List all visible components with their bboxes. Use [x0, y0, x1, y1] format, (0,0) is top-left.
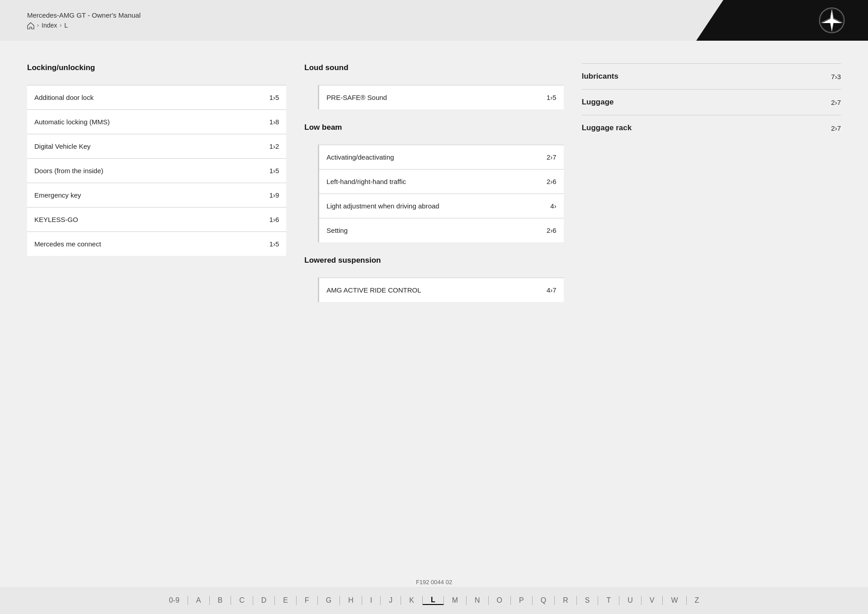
item-label: Mercedes me connect: [34, 240, 101, 248]
item-label: Automatic locking (MMS): [34, 118, 110, 126]
alpha-U[interactable]: U: [619, 596, 641, 605]
col3-page: 7›3: [831, 73, 841, 80]
header-title: Mercedes-AMG GT - Owner's Manual: [27, 11, 141, 19]
item-label: Light adjustment when driving abroad: [326, 202, 439, 210]
breadcrumb-sep-1: ›: [37, 22, 39, 28]
breadcrumb-index[interactable]: Index: [42, 22, 57, 29]
col2-item[interactable]: Setting2›6: [319, 218, 563, 242]
breadcrumb-sep-2: ›: [60, 22, 61, 28]
alpha-O[interactable]: O: [489, 596, 510, 605]
page-ref: 4›: [550, 202, 556, 210]
header: Mercedes-AMG GT - Owner's Manual › Index…: [0, 0, 868, 41]
section-heading-2: Lowered suspension: [304, 256, 563, 269]
col2-item[interactable]: AMG ACTIVE RIDE CONTROL4›7: [319, 278, 563, 302]
locking-item[interactable]: Emergency key1›9: [27, 183, 286, 207]
item-label: Activating/deactivating: [326, 153, 394, 161]
col2-item[interactable]: Light adjustment when driving abroad4›: [319, 194, 563, 218]
locking-heading: Locking/unlocking: [27, 63, 286, 77]
col3-label: Luggage: [582, 98, 614, 107]
alpha-D[interactable]: D: [253, 596, 275, 605]
col3-item-2[interactable]: Luggage rack2›7: [582, 115, 841, 141]
col3-label: lubricants: [582, 72, 618, 81]
alpha-E[interactable]: E: [275, 596, 296, 605]
footer-code: F192 0044 02: [0, 577, 868, 587]
alpha-F[interactable]: F: [297, 596, 317, 605]
header-left: Mercedes-AMG GT - Owner's Manual › Index…: [27, 11, 141, 29]
col-luggage: lubricants7›3Luggage2›7Luggage rack2›7: [573, 63, 841, 538]
col2-item[interactable]: Activating/deactivating2›7: [319, 145, 563, 169]
alpha-C[interactable]: C: [231, 596, 253, 605]
page-ref: 1›6: [269, 216, 279, 223]
alphabet-bar: 0-9ABCDEFGHIJKLMNOPQRSTUVWZ: [0, 587, 868, 614]
alpha-G[interactable]: G: [318, 596, 340, 605]
locking-item[interactable]: Digital Vehicle Key1›2: [27, 134, 286, 158]
page-ref: 1›5: [547, 94, 557, 101]
alpha-A[interactable]: A: [188, 596, 209, 605]
alpha-W[interactable]: W: [663, 596, 686, 605]
alpha-Z[interactable]: Z: [687, 596, 708, 605]
page-ref: 1›5: [269, 94, 279, 101]
col-locking: Locking/unlocking Additional door lock1›…: [27, 63, 295, 538]
alpha-M[interactable]: M: [444, 596, 466, 605]
page-ref: 2›6: [547, 178, 557, 185]
alpha-H[interactable]: H: [340, 596, 362, 605]
logo-area: [696, 0, 868, 41]
locking-item[interactable]: Automatic locking (MMS)1›8: [27, 109, 286, 134]
main-content: Locking/unlocking Additional door lock1›…: [0, 41, 868, 561]
alpha-B[interactable]: B: [210, 596, 231, 605]
col3-page: 2›7: [831, 124, 841, 132]
page-ref: 1›9: [269, 191, 279, 199]
home-icon[interactable]: [27, 22, 34, 29]
alpha-R[interactable]: R: [555, 596, 576, 605]
col3-item-0[interactable]: lubricants7›3: [582, 63, 841, 89]
alpha-S[interactable]: S: [577, 596, 598, 605]
alpha-I[interactable]: I: [362, 596, 380, 605]
item-label: Digital Vehicle Key: [34, 142, 90, 150]
item-label: Doors (from the inside): [34, 167, 104, 175]
col2-item[interactable]: PRE-SAFE® Sound1›5: [319, 85, 563, 109]
alpha-N[interactable]: N: [467, 596, 488, 605]
alpha-T[interactable]: T: [598, 596, 619, 605]
page-ref: 2›7: [547, 153, 557, 161]
breadcrumb: › Index › L: [27, 22, 141, 29]
page-ref: 2›6: [547, 227, 557, 234]
alpha-J[interactable]: J: [381, 596, 401, 605]
page-ref: 1›2: [269, 142, 279, 150]
alpha-0-9[interactable]: 0-9: [161, 596, 188, 605]
section-group-0: PRE-SAFE® Sound1›5: [304, 85, 563, 109]
page-ref: 4›7: [547, 286, 557, 294]
alpha-Q[interactable]: Q: [533, 596, 554, 605]
locking-item[interactable]: KEYLESS-GO1›6: [27, 207, 286, 231]
page-ref: 1›5: [269, 167, 279, 175]
alpha-L[interactable]: L: [423, 596, 443, 605]
breadcrumb-current: L: [64, 22, 68, 29]
section-heading-0: Loud sound: [304, 63, 563, 77]
item-label: Emergency key: [34, 191, 81, 199]
col3-page: 2›7: [831, 99, 841, 106]
locking-item[interactable]: Additional door lock1›5: [27, 85, 286, 109]
col-sound-beam: Loud soundPRE-SAFE® Sound1›5Low beamActi…: [295, 63, 572, 538]
col2-item[interactable]: Left-hand/right-hand traffic2›6: [319, 169, 563, 194]
alpha-V[interactable]: V: [642, 596, 663, 605]
section-group-2: AMG ACTIVE RIDE CONTROL4›7: [304, 278, 563, 302]
section-group-1: Activating/deactivating2›7Left-hand/righ…: [304, 145, 563, 242]
page-ref: 1›5: [269, 240, 279, 248]
item-label: Additional door lock: [34, 94, 94, 101]
section-heading-1: Low beam: [304, 123, 563, 137]
locking-items: Additional door lock1›5Automatic locking…: [27, 85, 286, 256]
locking-item[interactable]: Doors (from the inside)1›5: [27, 158, 286, 183]
alpha-K[interactable]: K: [401, 596, 422, 605]
item-label: PRE-SAFE® Sound: [326, 94, 387, 101]
alpha-P[interactable]: P: [511, 596, 532, 605]
item-label: Setting: [326, 227, 348, 234]
item-label: Left-hand/right-hand traffic: [326, 178, 406, 185]
mercedes-star-icon: [818, 7, 845, 34]
item-label: AMG ACTIVE RIDE CONTROL: [326, 286, 421, 294]
page-ref: 1›8: [269, 118, 279, 126]
col3-item-1[interactable]: Luggage2›7: [582, 89, 841, 115]
locking-item[interactable]: Mercedes me connect1›5: [27, 231, 286, 256]
item-label: KEYLESS-GO: [34, 216, 78, 223]
col3-label: Luggage rack: [582, 123, 632, 132]
